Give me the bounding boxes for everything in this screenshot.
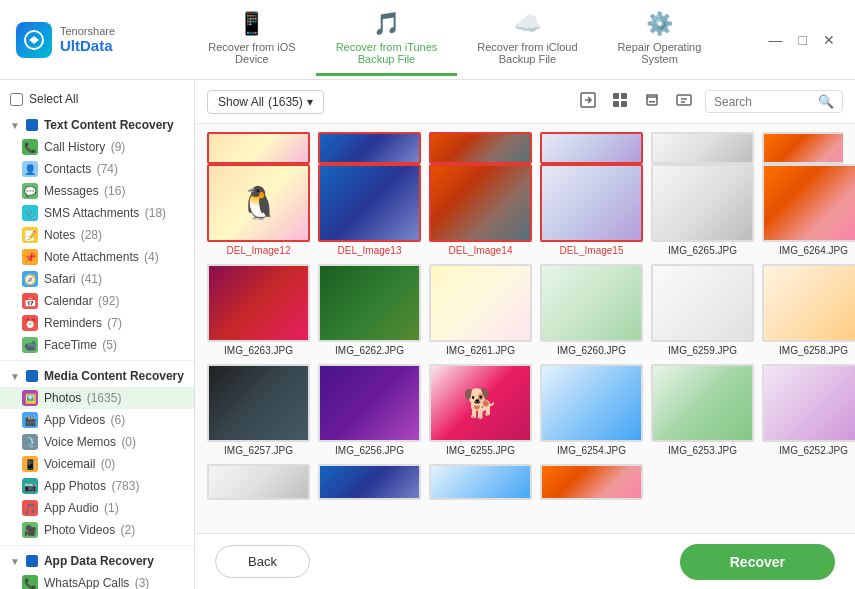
photo-thumb-p3 [429,464,532,500]
sidebar-item-sms-attachments[interactable]: 📎 SMS Attachments (18) [0,202,194,224]
section-media-icon [26,370,38,382]
photo-thumb [429,132,532,164]
contacts-label: Contacts (74) [44,162,118,176]
svg-rect-3 [621,93,627,99]
back-button[interactable]: Back [215,545,310,578]
sidebar-item-messages[interactable]: 💬 Messages (16) [0,180,194,202]
tab-icloud[interactable]: ☁️ Recover from iCloud Backup File [457,3,597,76]
select-all-label: Select All [29,92,78,106]
thumb-inner [320,134,419,162]
logo: Tenorshare UltData [16,22,115,58]
sidebar-item-notes[interactable]: 📝 Notes (28) [0,224,194,246]
sidebar-item-note-attachments[interactable]: 📌 Note Attachments (4) [0,246,194,268]
photo-videos-icon: 🎥 [22,522,38,538]
tab-itunes[interactable]: 🎵 Recover from iTunes Backup File [316,3,458,76]
sidebar-item-safari[interactable]: 🧭 Safari (41) [0,268,194,290]
photo-item-6259[interactable]: IMG_6259.JPG [651,264,754,356]
photo-item-partial-1[interactable] [207,132,310,164]
section-media-header[interactable]: ▼ Media Content Recovery [0,365,194,387]
sidebar-item-voice-memos[interactable]: 🎙️ Voice Memos (0) [0,431,194,453]
photo-item-p3[interactable] [429,464,532,500]
photo-thumb-6254 [540,364,643,442]
sidebar-item-calendar[interactable]: 📅 Calendar (92) [0,290,194,312]
section-app-data-header[interactable]: ▼ App Data Recovery [0,550,194,572]
sidebar-item-facetime[interactable]: 📹 FaceTime (5) [0,334,194,356]
tab-repair[interactable]: ⚙️ Repair Operating System [598,3,722,76]
sidebar-item-app-photos[interactable]: 📷 App Photos (783) [0,475,194,497]
tab-icloud-label: Recover from iCloud Backup File [477,41,577,65]
photo-thumb-p2 [318,464,421,500]
section-text-header[interactable]: ▼ Text Content Recovery [0,114,194,136]
recover-button[interactable]: Recover [680,544,835,580]
sidebar-item-voicemail[interactable]: 📳 Voicemail (0) [0,453,194,475]
sidebar-item-app-audio[interactable]: 🎵 App Audio (1) [0,497,194,519]
photo-item-6257[interactable]: IMG_6257.JPG [207,364,310,456]
close-button[interactable]: ✕ [819,30,839,50]
sidebar-item-contacts[interactable]: 👤 Contacts (74) [0,158,194,180]
photo-label-6255: IMG_6255.JPG [446,445,515,456]
show-all-button[interactable]: Show All (1635) ▾ [207,90,324,114]
photo-item-partial-5[interactable] [651,132,754,164]
thumb-6256 [320,366,419,440]
info-button[interactable] [671,89,697,115]
sidebar-item-photos[interactable]: 🖼️ Photos (1635) [0,387,194,409]
photo-thumb-6260 [540,264,643,342]
photo-item-6262[interactable]: IMG_6262.JPG [318,264,421,356]
photo-item-6263[interactable]: IMG_6263.JPG [207,264,310,356]
photo-item-partial-3[interactable] [429,132,532,164]
photo-thumb-6258 [762,264,855,342]
photo-item-6255[interactable]: 🐕 IMG_6255.JPG [429,364,532,456]
photo-item-p2[interactable] [318,464,421,500]
photo-item-del13[interactable]: DEL_Image13 [318,164,421,256]
photo-item-partial-6[interactable] [762,132,843,164]
select-all-checkbox[interactable] [10,93,23,106]
photo-thumb-p4 [540,464,643,500]
select-all-row[interactable]: Select All [0,88,194,114]
content-area: Show All (1635) ▾ [195,80,855,589]
tab-repair-label: Repair Operating System [618,41,702,65]
photo-item-6264[interactable]: IMG_6264.JPG [762,164,855,256]
thumb-inner [542,134,641,162]
print-button[interactable] [639,89,665,115]
sidebar-item-photo-videos[interactable]: 🎥 Photo Videos (2) [0,519,194,541]
header: Tenorshare UltData 📱 Recover from iOS De… [0,0,855,80]
photo-item-6252[interactable]: IMG_6252.JPG [762,364,855,456]
tab-ios[interactable]: 📱 Recover from iOS Device [188,3,315,76]
photo-item-partial-2[interactable] [318,132,421,164]
sidebar-item-reminders[interactable]: ⏰ Reminders (7) [0,312,194,334]
photo-thumb-del15 [540,164,643,242]
photo-item-del14[interactable]: DEL_Image14 [429,164,532,256]
window-controls: — □ ✕ [765,30,839,50]
ios-icon: 📱 [238,11,265,37]
sidebar-item-app-videos[interactable]: 🎬 App Videos (6) [0,409,194,431]
photo-label-6254: IMG_6254.JPG [557,445,626,456]
thumb-6253 [653,366,752,440]
photo-thumb-6257 [207,364,310,442]
sidebar-item-whatsapp-calls[interactable]: 📞 WhatsApp Calls (3) [0,572,194,589]
photo-item-p1[interactable] [207,464,310,500]
photo-item-6265[interactable]: IMG_6265.JPG [651,164,754,256]
export-button[interactable] [575,89,601,115]
main-layout: Select All ▼ Text Content Recovery 📞 Cal… [0,80,855,589]
logo-product: UltData [60,37,115,54]
photo-item-6256[interactable]: IMG_6256.JPG [318,364,421,456]
photo-item-partial-4[interactable] [540,132,643,164]
photo-item-del12[interactable]: 🐧 DEL_Image12 [207,164,310,256]
svg-rect-2 [613,93,619,99]
maximize-button[interactable]: □ [795,30,811,50]
search-input[interactable] [714,95,814,109]
photo-item-6260[interactable]: IMG_6260.JPG [540,264,643,356]
photo-item-6261[interactable]: IMG_6261.JPG [429,264,532,356]
sidebar-item-call-history[interactable]: 📞 Call History (9) [0,136,194,158]
thumb-6258 [764,266,855,340]
voice-memos-icon: 🎙️ [22,434,38,450]
minimize-button[interactable]: — [765,30,787,50]
contacts-icon: 👤 [22,161,38,177]
photo-item-6258[interactable]: IMG_6258.JPG [762,264,855,356]
photo-item-6254[interactable]: IMG_6254.JPG [540,364,643,456]
grid-view-button[interactable] [607,89,633,115]
photo-item-p4[interactable] [540,464,643,500]
whatsapp-calls-icon: 📞 [22,575,38,589]
photo-item-6253[interactable]: IMG_6253.JPG [651,364,754,456]
photo-item-del15[interactable]: DEL_Image15 [540,164,643,256]
